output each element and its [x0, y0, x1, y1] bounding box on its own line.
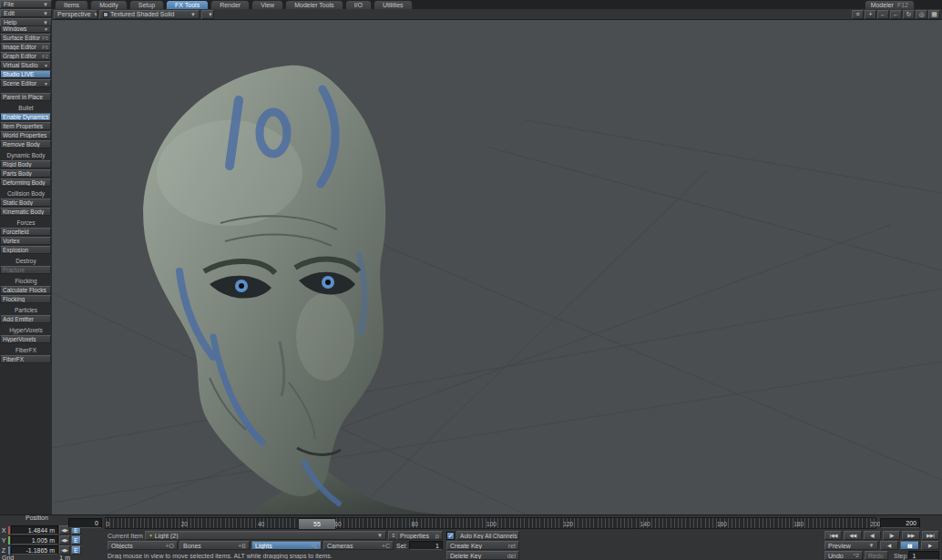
file-menu[interactable]: File▼: [0, 0, 52, 8]
tab-modify[interactable]: Modify: [90, 0, 128, 9]
sidebar-item-calculate-flocks[interactable]: Calculate Flocks: [0, 286, 51, 294]
play-forward-button[interactable]: ▶: [921, 541, 939, 550]
tab-items[interactable]: Items: [55, 0, 88, 9]
previous-frame-button[interactable]: ◀|: [864, 531, 881, 540]
z-envelope-button[interactable]: E: [71, 545, 81, 555]
alien-head-render: [143, 66, 466, 514]
tab-setup[interactable]: Setup: [129, 0, 164, 9]
rotate-icon[interactable]: ↻: [903, 10, 915, 19]
move-icon[interactable]: +: [865, 10, 876, 19]
3d-viewport[interactable]: [52, 20, 942, 514]
shading-mode-label: Textured Shaded Solid: [110, 11, 174, 17]
delete-key-button[interactable]: Delete Key del: [446, 551, 519, 560]
sidebar-item-static-body[interactable]: Static Body: [0, 199, 51, 207]
undo-row: Undo ^Z Redo Step 1: [824, 551, 939, 560]
end-frame-field[interactable]: 200: [880, 518, 920, 528]
sidebar-item-flocking[interactable]: Flocking: [0, 295, 51, 303]
autokey-checkbox[interactable]: ✓: [446, 532, 455, 540]
y-envelope-button[interactable]: E: [71, 535, 81, 545]
sidebar-item-parts-body[interactable]: Parts Body: [0, 169, 51, 178]
sidebar-item-parent-in-place[interactable]: Parent in Place: [0, 93, 51, 101]
section-label-flocking: Flocking: [0, 278, 52, 286]
preview-dropdown[interactable]: Preview ▼: [824, 541, 878, 550]
timeline-ruler[interactable]: 55 020406080100120140160180200: [105, 517, 876, 529]
create-key-button[interactable]: Create Key ret: [446, 541, 519, 550]
tab-render[interactable]: Render: [210, 0, 250, 9]
undo-label: Undo: [828, 553, 844, 559]
lights-button[interactable]: Lights+L: [251, 541, 322, 550]
sidebar-item-scene-editor[interactable]: Scene Editor▼: [0, 79, 51, 87]
section-label-collision-body: Collision Body: [0, 190, 52, 199]
properties-button[interactable]: Properties p: [396, 531, 443, 540]
sidebar-item-rigid-body[interactable]: Rigid Body: [0, 160, 51, 168]
bones-button[interactable]: Bones+B: [179, 541, 250, 550]
sidebar-item-hypervoxels[interactable]: HyperVoxels: [0, 335, 51, 343]
sidebar-item-fracture[interactable]: Fracture: [0, 266, 51, 274]
shading-mode-dropdown[interactable]: Textured Shaded Solid▼: [99, 10, 200, 19]
current-item-value: Light (2): [155, 533, 179, 539]
previous-key-button[interactable]: ◀◀: [844, 531, 861, 540]
playback-row: Preview ▼ ◀ ▮▮ ▶: [824, 541, 939, 550]
zoom-icon[interactable]: ◎: [916, 10, 927, 19]
next-key-button[interactable]: ▶▶: [902, 531, 919, 540]
y-position-field[interactable]: 1.005 m: [11, 535, 58, 545]
y-nudge-button[interactable]: ◀▶: [59, 535, 70, 545]
redo-button[interactable]: Redo: [865, 551, 888, 560]
z-axis-label: Z: [0, 547, 7, 554]
autokey-dropdown[interactable]: Auto Key All Channels ▼: [456, 531, 519, 540]
menu-icon[interactable]: ≡: [852, 10, 864, 19]
sidebar-item-item-properties[interactable]: Item Properties: [0, 122, 51, 130]
sidebar-item-virtual-studio[interactable]: Virtual Studio▼: [0, 61, 51, 69]
sidebar-item-vortex[interactable]: Vortex: [0, 237, 51, 245]
select-region-icon[interactable]: ▦: [928, 10, 940, 19]
cameras-button[interactable]: Cameras+C: [323, 541, 394, 550]
tab-utilities[interactable]: Utilities: [374, 0, 413, 9]
tab-fx-tools[interactable]: FX Tools: [166, 0, 209, 9]
tab-modeler-tools[interactable]: Modeler Tools: [285, 0, 343, 9]
sidebar-item-forcefield[interactable]: Forcefield: [0, 228, 51, 236]
sidebar-item-image-editor[interactable]: Image EditorF6: [0, 43, 51, 51]
modeler-switch-button[interactable]: Modeler F12: [865, 0, 915, 9]
properties-label: Properties: [400, 533, 429, 539]
sidebar-item-label: Parent in Place: [3, 94, 43, 100]
x-position-field[interactable]: 1.4844 m: [11, 525, 58, 535]
sidebar-item-explosion[interactable]: Explosion: [0, 246, 51, 254]
sidebar-item-deforming-body[interactable]: Deforming Body: [0, 178, 51, 187]
go-to-start-button[interactable]: |◀◀: [824, 531, 842, 540]
viewport-render: [52, 20, 942, 514]
edit-menu[interactable]: Edit▼: [0, 9, 52, 17]
sidebar-item-studio-live[interactable]: Studio LIVE: [0, 70, 51, 78]
current-frame-slider[interactable]: 55: [298, 518, 336, 530]
sidebar-item-add-emitter[interactable]: Add Emitter: [0, 315, 51, 323]
create-key-shortcut: ret: [508, 543, 516, 549]
current-item-dropdown[interactable]: ▼ Light (2) ▼: [145, 531, 386, 540]
play-reverse-button[interactable]: ◀: [880, 541, 898, 550]
sidebar-item-world-properties[interactable]: World Properties: [0, 131, 51, 139]
undo-button[interactable]: Undo ^Z: [824, 551, 863, 560]
sidebar-item-enable-dynamics[interactable]: Enable Dynamics: [0, 113, 51, 121]
sidebar-item-surface-editor[interactable]: Surface EditorF5: [0, 34, 51, 42]
tab-view[interactable]: View: [251, 0, 283, 9]
tool-sidebar: Windows▼Surface EditorF5Image EditorF6Gr…: [0, 25, 52, 514]
help-menu[interactable]: Help▼: [0, 18, 52, 26]
sidebar-item-remove-body[interactable]: Remove Body: [0, 140, 51, 148]
go-to-end-button[interactable]: ▶▶|: [922, 531, 939, 540]
step-field[interactable]: 1: [908, 551, 939, 560]
viewport-icon-buttons: ≡ + ← ← ↻ ◎ ▦: [852, 10, 940, 19]
x-axis-label: X: [0, 527, 7, 534]
objects-button[interactable]: Objects+O: [108, 541, 178, 550]
edit-menu-label: Edit: [4, 10, 15, 16]
sidebar-item-graph-editor[interactable]: Graph EditorF2: [0, 52, 51, 60]
next-frame-button[interactable]: |▶: [883, 531, 900, 540]
undo-icon[interactable]: ←: [877, 10, 889, 19]
undo-alt-icon[interactable]: ←: [890, 10, 902, 19]
sidebar-item-kinematic-body[interactable]: Kinematic Body: [0, 208, 51, 216]
pause-button[interactable]: ▮▮: [900, 541, 918, 550]
viewport-options-dropdown[interactable]: ▼: [201, 10, 214, 19]
tab-i-o[interactable]: I/O: [345, 0, 372, 9]
create-key-row: Create Key ret: [446, 541, 519, 550]
sidebar-item-fiberfx[interactable]: FiberFX: [0, 355, 51, 363]
tick-40: 40: [258, 521, 264, 527]
start-frame-field[interactable]: 0: [68, 518, 102, 528]
view-mode-dropdown[interactable]: Perspective▼: [54, 10, 97, 19]
